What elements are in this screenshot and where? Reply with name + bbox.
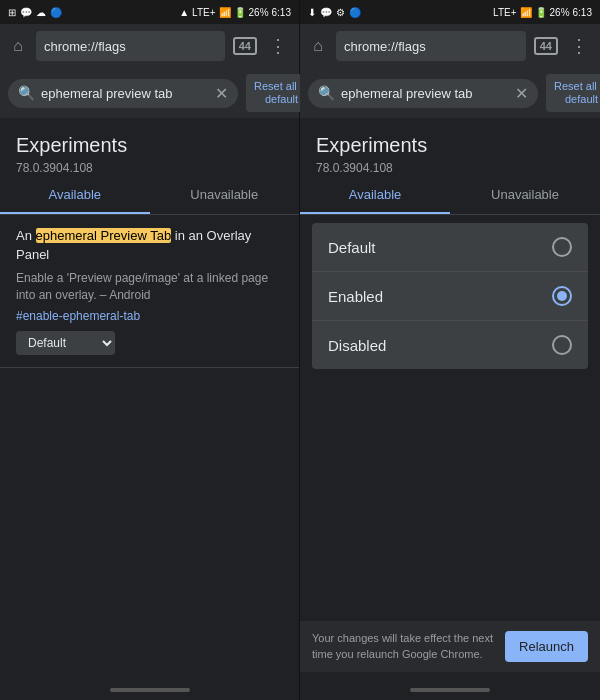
wifi-right: 📶 (520, 7, 532, 18)
apps-icon: ⚙ (336, 7, 345, 18)
option-enabled-label: Enabled (328, 288, 383, 305)
option-default[interactable]: Default (312, 223, 588, 272)
reset-button-right[interactable]: Reset all todefault (546, 74, 600, 112)
status-bar-right: ⬇ 💬 ⚙ 🔵 LTE+ 📶 🔋 26% 6:13 (300, 0, 600, 24)
radio-inner-enabled (557, 291, 567, 301)
status-icons-left: ⊞ 💬 ☁ 🔵 (8, 7, 62, 18)
dropdown-menu: Default Enabled Disabled (312, 223, 588, 369)
radio-disabled (552, 335, 572, 355)
tab-count-left[interactable]: 44 (233, 37, 257, 55)
home-icon[interactable]: ⌂ (8, 36, 28, 56)
tab-unavailable-right[interactable]: Unavailable (450, 175, 600, 214)
radio-default (552, 237, 572, 257)
status-icons-right: ⬇ 💬 ⚙ 🔵 (308, 7, 361, 18)
experiments-version-left: 78.0.3904.108 (16, 161, 283, 175)
battery-icon: 🔋 (234, 7, 246, 18)
left-panel: ⊞ 💬 ☁ 🔵 ▲ LTE+ 📶 🔋 26% 6:13 ⌂ 44 ⋮ 🔍 ✕ R… (0, 0, 300, 700)
whatsapp-icon: 💬 (20, 7, 32, 18)
bottom-nav-right (300, 688, 600, 692)
nav-pill-right (410, 688, 490, 692)
clear-icon-right[interactable]: ✕ (515, 84, 528, 103)
option-disabled[interactable]: Disabled (312, 321, 588, 369)
experiments-title-right: Experiments (316, 134, 584, 157)
experiments-version-right: 78.0.3904.108 (316, 161, 584, 175)
notification-icon: ⊞ (8, 7, 16, 18)
url-input-left[interactable] (36, 31, 225, 61)
relaunch-message: Your changes will take effect the next t… (312, 631, 495, 662)
time-right: 6:13 (573, 7, 592, 18)
menu-icon-right[interactable]: ⋮ (566, 33, 592, 59)
tab-available-right[interactable]: Available (300, 175, 450, 214)
url-input-right[interactable] (336, 31, 526, 61)
relaunch-button[interactable]: Relaunch (505, 631, 588, 662)
lte-right: LTE+ (493, 7, 516, 18)
address-bar-right: ⌂ 44 ⋮ (300, 24, 600, 68)
tab-count-right[interactable]: 44 (534, 37, 558, 55)
title-prefix: An (16, 228, 36, 243)
menu-icon-left[interactable]: ⋮ (265, 33, 291, 59)
search-box-right: 🔍 ✕ (308, 79, 538, 108)
title-highlight: ephemeral Preview Tab (36, 228, 172, 243)
search-row-right: 🔍 ✕ Reset all todefault (300, 68, 600, 118)
experiments-title-left: Experiments (16, 134, 283, 157)
search-input-right[interactable] (341, 86, 509, 101)
option-enabled[interactable]: Enabled (312, 272, 588, 321)
tab-unavailable-left[interactable]: Unavailable (150, 175, 300, 214)
cloud-icon: ☁ (36, 7, 46, 18)
tab-available-left[interactable]: Available (0, 175, 150, 214)
relaunch-bar: Your changes will take effect the next t… (300, 621, 600, 672)
download-icon: ⬇ (308, 7, 316, 18)
wifi-icon: 📶 (219, 7, 231, 18)
app-icon: 🔵 (50, 7, 62, 18)
battery-right: 🔋 (535, 7, 547, 18)
experiments-section-left: Experiments 78.0.3904.108 (0, 118, 299, 175)
radio-enabled (552, 286, 572, 306)
experiment-title-left: An ephemeral Preview Tab in an Overlay P… (16, 227, 283, 263)
clear-icon-left[interactable]: ✕ (215, 84, 228, 103)
option-disabled-label: Disabled (328, 337, 386, 354)
right-panel: ⬇ 💬 ⚙ 🔵 LTE+ 📶 🔋 26% 6:13 ⌂ 44 ⋮ 🔍 ✕ Res… (300, 0, 600, 700)
search-icon-left: 🔍 (18, 85, 35, 101)
home-icon-right[interactable]: ⌂ (308, 36, 328, 56)
signal-icon: ▲ (179, 7, 189, 18)
tabs-row-left: Available Unavailable (0, 175, 299, 215)
status-info-left: ▲ LTE+ 📶 🔋 26% 6:13 (179, 7, 291, 18)
search-icon-right: 🔍 (318, 85, 335, 101)
experiment-select-left[interactable]: Default Enabled Disabled (16, 331, 115, 355)
experiment-desc-left: Enable a 'Preview page/image' at a linke… (16, 270, 283, 304)
experiment-item-left: An ephemeral Preview Tab in an Overlay P… (0, 215, 299, 368)
address-bar-left: ⌂ 44 ⋮ (0, 24, 299, 68)
experiments-section-right: Experiments 78.0.3904.108 (300, 118, 600, 175)
msg-icon: 💬 (320, 7, 332, 18)
bottom-nav-left (0, 688, 299, 692)
search-input-left[interactable] (41, 86, 209, 101)
search-row-left: 🔍 ✕ Reset all todefault (0, 68, 299, 118)
battery-level-left: 26% (249, 7, 269, 18)
nav-pill-left (110, 688, 190, 692)
time-left: 6:13 (272, 7, 291, 18)
experiment-link-left[interactable]: #enable-ephemeral-tab (16, 309, 283, 323)
battery-level-right: 26% (550, 7, 570, 18)
status-bar-left: ⊞ 💬 ☁ 🔵 ▲ LTE+ 📶 🔋 26% 6:13 (0, 0, 299, 24)
status-info-right: LTE+ 📶 🔋 26% 6:13 (493, 7, 592, 18)
fb-icon: 🔵 (349, 7, 361, 18)
search-box-left: 🔍 ✕ (8, 79, 238, 108)
lte-label: LTE+ (192, 7, 215, 18)
tabs-row-right: Available Unavailable (300, 175, 600, 215)
option-default-label: Default (328, 239, 376, 256)
